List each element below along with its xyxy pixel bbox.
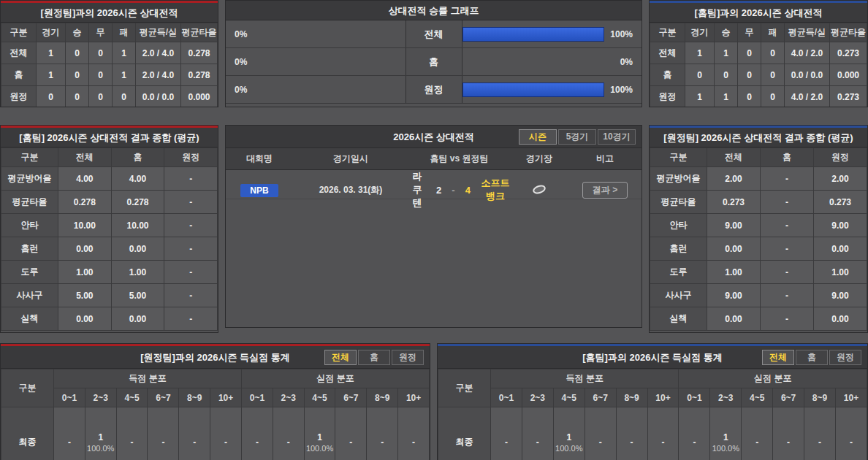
col-header: 무 bbox=[738, 23, 761, 42]
h2h-stats-dashboard: [원정팀]과의 2026시즌 상대전적 구분 경기 승 무 패 평균득/실 평균… bbox=[0, 0, 868, 460]
col-header: 구분 bbox=[650, 23, 685, 42]
bin-header: 8~9 bbox=[804, 388, 836, 407]
cell: 0 bbox=[738, 42, 761, 64]
summary-table: 구분 전체 홈 원정 평균방어율2.00-2.00 평균타율0.273-0.27… bbox=[650, 147, 867, 331]
panel-awayteam-summary: [원정팀] 2026시즌 상대전적 결과 종합 (평균) 구분 전체 홈 원정 … bbox=[649, 125, 868, 333]
cell: 0 bbox=[761, 42, 785, 64]
cell: - bbox=[742, 407, 773, 460]
result-button[interactable]: 결과 > bbox=[582, 182, 628, 199]
bin-header: 0~1 bbox=[491, 388, 522, 407]
cell: 1 bbox=[685, 86, 715, 108]
scope-tabs: 전체 홈 원정 bbox=[324, 350, 424, 365]
bin-header: 4~5 bbox=[116, 388, 148, 407]
cell: 9.00 bbox=[707, 214, 761, 237]
row-label: 도루 bbox=[650, 261, 707, 284]
record-table: 구분 경기 승 무 패 평균득/실 평균타율 전체 1 0 0 1 2.0 / … bbox=[1, 23, 218, 107]
period-tabs: 시즌 5경기 10경기 bbox=[519, 129, 636, 145]
group-header-row: 구분 득점 분포 실점 분포 bbox=[1, 369, 430, 388]
tab-all[interactable]: 전체 bbox=[762, 350, 794, 365]
cell: - bbox=[647, 407, 679, 460]
col-header: 원정 bbox=[164, 148, 218, 167]
away-team-name: 소프트뱅크 bbox=[481, 177, 510, 203]
home-side-zone: 0% bbox=[226, 76, 406, 103]
cell: - bbox=[398, 407, 430, 460]
table-row: 실책0.00-0.00 bbox=[650, 307, 867, 331]
cell: 0 bbox=[37, 86, 66, 108]
right-percent-label: 100% bbox=[610, 29, 633, 39]
header-row: 구분 경기 승 무 패 평균득/실 평균타율 bbox=[1, 23, 218, 42]
col-header: 평균타율 bbox=[181, 23, 218, 42]
tab-last5[interactable]: 5경기 bbox=[558, 129, 596, 145]
graph-row-label: 전체 bbox=[406, 20, 462, 47]
cell: 0 bbox=[761, 86, 785, 108]
col-header: 전체 bbox=[707, 148, 761, 167]
table-row: 최종 - - 1100.0% - - - - 1100.0% - - - - bbox=[438, 407, 867, 460]
cell: 0.278 bbox=[111, 191, 164, 214]
col-header: 경기 bbox=[685, 23, 715, 42]
tab-away[interactable]: 원정 bbox=[392, 350, 424, 365]
cell: 1 bbox=[37, 42, 66, 64]
row-label: 원정 bbox=[650, 86, 685, 108]
cell: 9.00 bbox=[814, 284, 867, 307]
cell: 0 bbox=[66, 42, 89, 64]
row-label: 평균방어율 bbox=[650, 167, 707, 191]
cell: 2.00 bbox=[814, 167, 867, 191]
tab-home[interactable]: 홈 bbox=[796, 350, 828, 365]
header-row: 구분 전체 홈 원정 bbox=[650, 148, 867, 167]
row-label: 최종 bbox=[438, 407, 491, 460]
cell: - bbox=[679, 407, 710, 460]
cell: 9.00 bbox=[707, 284, 761, 307]
col-header: 전체 bbox=[58, 148, 112, 167]
col-header: 구분 bbox=[1, 369, 54, 407]
cell: 4.0 / 2.0 bbox=[785, 86, 830, 108]
col-header: 평균타율 bbox=[830, 23, 867, 42]
bin-header: 6~7 bbox=[585, 388, 616, 407]
row-label: 홈 bbox=[650, 64, 685, 86]
cell: 1100.0% bbox=[304, 407, 335, 460]
cell: 0 bbox=[685, 64, 715, 86]
tab-all[interactable]: 전체 bbox=[324, 350, 357, 365]
group-header-scored: 득점 분포 bbox=[491, 369, 679, 388]
cell: - bbox=[164, 261, 218, 284]
bin-header: 8~9 bbox=[367, 388, 398, 407]
panel-score-dist-vs-awayteam: [원정팀]과의 2026시즌 득실점 통계 전체 홈 원정 구분 득점 분포 실… bbox=[0, 343, 430, 460]
col-header-league: 대회명 bbox=[226, 153, 293, 165]
table-row: 사사구9.00-9.00 bbox=[650, 284, 867, 307]
cell: - bbox=[164, 237, 218, 261]
cell: - bbox=[241, 407, 273, 460]
cell: - bbox=[273, 407, 304, 460]
cell: 0.00 bbox=[814, 307, 867, 331]
cell: 2.00 bbox=[707, 167, 761, 191]
cell: - bbox=[116, 407, 148, 460]
cell: 1 bbox=[113, 64, 136, 86]
bin-header: 8~9 bbox=[616, 388, 647, 407]
row-label: 홈런 bbox=[1, 237, 58, 261]
cell: - bbox=[179, 407, 210, 460]
tab-away[interactable]: 원정 bbox=[829, 350, 861, 365]
panel-title-bar: [홈팀]과의 2026시즌 득실점 통계 전체 홈 원정 bbox=[438, 346, 867, 369]
row-label: 평균타율 bbox=[1, 191, 58, 214]
bin-header: 10+ bbox=[647, 388, 679, 407]
cell: 5.00 bbox=[58, 284, 112, 307]
table-row: 평균방어율4.004.00- bbox=[1, 167, 218, 191]
table-row: 평균타율0.2780.278- bbox=[1, 191, 218, 214]
cell: - bbox=[761, 261, 814, 284]
tab-home[interactable]: 홈 bbox=[358, 350, 390, 365]
right-bar bbox=[462, 83, 605, 97]
cell: 1100.0% bbox=[85, 407, 116, 460]
col-header: 경기 bbox=[37, 23, 66, 42]
cell: - bbox=[804, 407, 836, 460]
col-header: 패 bbox=[113, 23, 136, 42]
right-bar-track bbox=[462, 27, 605, 42]
panel-win-rate-graph: 상대전적 승률 그래프 0% 전체 100% 0% 홈 0% bbox=[225, 0, 642, 107]
row-label: 평균타율 bbox=[650, 191, 707, 214]
stadium-icon[interactable] bbox=[532, 183, 547, 195]
away-score: 4 bbox=[465, 185, 471, 196]
tab-season[interactable]: 시즌 bbox=[519, 129, 557, 145]
bin-header: 2~3 bbox=[273, 388, 304, 407]
row-label: 최종 bbox=[1, 407, 54, 460]
cell: 0.00 bbox=[707, 307, 761, 331]
tab-last10[interactable]: 10경기 bbox=[598, 129, 636, 145]
right-bar bbox=[462, 27, 605, 42]
table-row: 전체 1 1 0 0 4.0 / 2.0 0.273 bbox=[650, 42, 867, 64]
